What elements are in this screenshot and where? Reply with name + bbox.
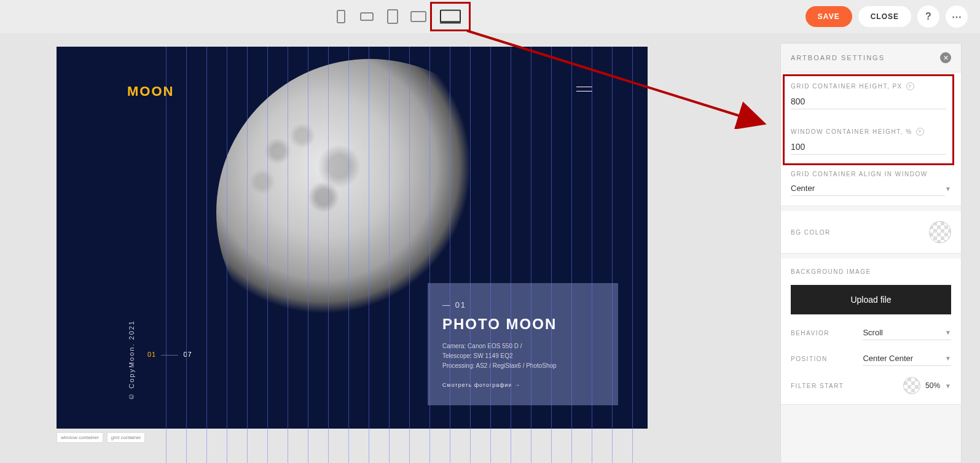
device-switcher xyxy=(332,7,466,26)
card-link[interactable]: Смотреть фотографии → xyxy=(442,382,603,388)
sidebar-title: ARTBOARD SETTINGS xyxy=(791,54,885,61)
info-card: 01 PHOTO MOON Camera: Canon EOS 550 D / … xyxy=(428,283,618,405)
topbar-actions: SAVE CLOSE ? ⋯ xyxy=(806,6,968,28)
field-align: GRID CONTAINER ALIGN IN WINDOW Center ▼ xyxy=(791,171,951,196)
field-filter-start: FILTER START 50% ▼ xyxy=(791,377,951,394)
window-height-input[interactable] xyxy=(791,139,946,155)
grid-height-input[interactable] xyxy=(791,94,946,109)
field-grid-height: GRID CONTAINER HEIGHT, PX ? xyxy=(791,82,946,109)
bgcolor-label: BG COLOR xyxy=(791,229,831,236)
device-phone-portrait[interactable] xyxy=(332,7,350,26)
card-telescope: Telescope: SW 1149 EQ2 xyxy=(442,351,603,361)
align-select[interactable]: Center ▼ xyxy=(791,181,951,196)
field-behavior: BEHAVIOR Scroll ▼ xyxy=(791,325,951,340)
artboard[interactable]: MOON © CopyMoon. 2021 01 07 01 PHOTO MOO… xyxy=(57,47,648,429)
field-window-height: WINDOW CONTAINER HEIGHT, % ? xyxy=(791,128,946,155)
chevron-down-icon: ▼ xyxy=(945,383,951,389)
bgcolor-swatch[interactable] xyxy=(929,221,951,243)
settings-sidebar: ARTBOARD SETTINGS ✕ GRID CONTAINER HEIGH… xyxy=(780,43,962,463)
position-select[interactable]: Center Center ▼ xyxy=(863,351,951,366)
topbar: SAVE CLOSE ? ⋯ xyxy=(0,0,980,33)
pager: 01 07 xyxy=(147,351,192,358)
help-button[interactable]: ? xyxy=(917,6,939,28)
bgimage-label: BACKGROUND IMAGE xyxy=(791,268,951,275)
card-processing: Processing: AS2 / RegiStax6 / PhotoShop xyxy=(442,361,603,371)
device-tablet-portrait[interactable] xyxy=(383,7,402,26)
svg-rect-0 xyxy=(337,10,345,23)
section-bgimage: BACKGROUND IMAGE Upload file BEHAVIOR Sc… xyxy=(781,259,961,405)
device-tablet-landscape[interactable] xyxy=(409,7,428,26)
device-desktop[interactable] xyxy=(435,7,466,26)
section-heights: GRID CONTAINER HEIGHT, PX ? WINDOW CONTA… xyxy=(781,72,961,206)
card-camera: Camera: Canon EOS 550 D / xyxy=(442,341,603,351)
section-bgcolor: BG COLOR xyxy=(781,211,961,254)
card-number: 01 xyxy=(442,300,603,309)
help-icon[interactable]: ? xyxy=(916,128,924,136)
pager-line xyxy=(161,355,178,356)
close-panel-icon[interactable]: ✕ xyxy=(940,52,951,63)
svg-rect-2 xyxy=(388,10,398,23)
filter-swatch[interactable] xyxy=(903,377,920,394)
card-title: PHOTO MOON xyxy=(442,316,603,333)
highlight-annotation: GRID CONTAINER HEIGHT, PX ? WINDOW CONTA… xyxy=(783,75,954,165)
align-label: GRID CONTAINER ALIGN IN WINDOW xyxy=(791,171,951,177)
upload-file-button[interactable]: Upload file xyxy=(791,285,951,314)
close-button[interactable]: CLOSE xyxy=(858,6,911,27)
container-labels: window container grid container xyxy=(57,432,145,443)
align-value: Center xyxy=(791,181,945,196)
svg-rect-4 xyxy=(441,10,460,22)
sidebar-header: ARTBOARD SETTINGS ✕ xyxy=(781,44,961,72)
field-position: POSITION Center Center ▼ xyxy=(791,351,951,366)
canvas-area[interactable]: MOON © CopyMoon. 2021 01 07 01 PHOTO MOO… xyxy=(0,33,790,463)
card-details: Camera: Canon EOS 550 D / Telescope: SW … xyxy=(442,341,603,371)
help-icon[interactable]: ? xyxy=(906,82,914,90)
behavior-label: BEHAVIOR xyxy=(791,330,829,337)
chevron-down-icon: ▼ xyxy=(945,329,951,336)
save-button[interactable]: SAVE xyxy=(806,6,852,27)
more-button[interactable]: ⋯ xyxy=(946,6,968,28)
svg-rect-3 xyxy=(411,12,426,21)
svg-rect-1 xyxy=(361,13,373,20)
label-window-container[interactable]: window container xyxy=(57,432,103,443)
grid-height-label: GRID CONTAINER HEIGHT, PX ? xyxy=(791,82,946,90)
device-phone-landscape[interactable] xyxy=(358,7,376,26)
pager-total: 07 xyxy=(183,351,192,358)
label-grid-container[interactable]: grid container xyxy=(107,432,145,443)
behavior-select[interactable]: Scroll ▼ xyxy=(863,325,951,340)
chevron-down-icon: ▼ xyxy=(945,355,951,362)
copyright-text: © CopyMoon. 2021 xyxy=(128,320,135,400)
filter-start-control[interactable]: 50% ▼ xyxy=(903,377,951,394)
filter-start-label: FILTER START xyxy=(791,383,844,389)
chevron-down-icon: ▼ xyxy=(945,185,951,192)
position-label: POSITION xyxy=(791,356,828,362)
pager-current: 01 xyxy=(147,351,156,358)
hamburger-icon[interactable] xyxy=(576,87,592,95)
logo-text: MOON xyxy=(127,84,174,99)
window-height-label: WINDOW CONTAINER HEIGHT, % ? xyxy=(791,128,946,136)
